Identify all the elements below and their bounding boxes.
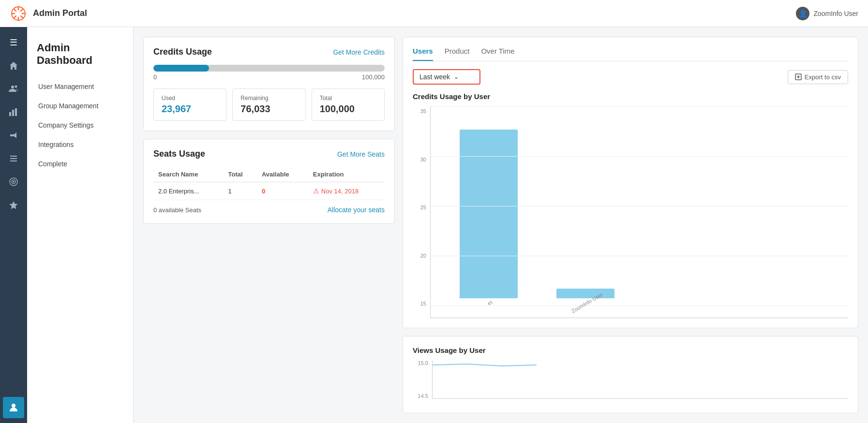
- y-label-35: 35: [420, 108, 426, 114]
- views-y-15: 15.0: [418, 360, 428, 366]
- topbar-right: 👤 ZoomInfo User: [796, 7, 858, 20]
- svg-rect-16: [10, 160, 17, 161]
- chevron-down-icon: ⌄: [454, 73, 459, 80]
- sidebar-item-group-management[interactable]: Group Management: [27, 96, 133, 116]
- credits-bar-fill: [153, 65, 209, 72]
- seat-total: 1: [224, 182, 257, 200]
- credits-bar-container: 0 100,000: [153, 65, 385, 81]
- credits-bar-track: [153, 65, 385, 72]
- views-line-svg: [433, 360, 848, 399]
- credits-used-label: Used: [162, 95, 218, 102]
- bar-et: [460, 130, 518, 298]
- y-label-25: 25: [420, 204, 426, 210]
- credits-boxes: Used 23,967 Remaining 76,033 Total 100,0…: [153, 88, 385, 121]
- dropdown-value: Last week: [419, 73, 450, 81]
- main-content: Credits Usage Get More Credits 0 100,000…: [134, 27, 868, 423]
- col-expiration: Expiration: [308, 167, 385, 182]
- seats-card-header: Seats Usage Get More Seats: [153, 149, 385, 159]
- credits-bar-min: 0: [153, 73, 157, 81]
- allocate-seats-link[interactable]: Allocate your seats: [328, 206, 385, 214]
- sidebar-icon-person[interactable]: [3, 397, 24, 418]
- credits-used-value: 23,967: [162, 103, 218, 115]
- credits-bar-labels: 0 100,000: [153, 73, 385, 81]
- right-panel: Users Product Over Time Last week ⌄ Expo…: [403, 37, 858, 413]
- svg-rect-15: [10, 158, 17, 159]
- credits-card-title: Credits Usage: [153, 47, 212, 57]
- svg-line-8: [14, 16, 16, 18]
- credits-remaining-label: Remaining: [240, 95, 297, 102]
- warning-icon: ⚠: [313, 187, 319, 195]
- period-dropdown[interactable]: Last week ⌄: [413, 69, 480, 85]
- credits-bar-max: 100,000: [362, 73, 385, 81]
- sidebar-item-complete[interactable]: Complete: [27, 154, 133, 174]
- svg-rect-12: [12, 110, 14, 116]
- svg-line-5: [14, 9, 16, 11]
- col-total: Total: [224, 167, 257, 182]
- export-icon: [795, 73, 802, 80]
- tab-over-time[interactable]: Over Time: [481, 47, 514, 61]
- layout: ☰ Admin Dashboard User Managem: [0, 27, 868, 423]
- svg-marker-20: [10, 201, 18, 209]
- get-more-seats-link[interactable]: Get More Seats: [337, 150, 385, 158]
- seats-footer: 0 available Seats Allocate your seats: [153, 206, 385, 214]
- user-avatar-icon: 👤: [796, 7, 809, 20]
- topbar-left: Admin Portal: [10, 5, 87, 22]
- credits-card: Credits Usage Get More Credits 0 100,000…: [143, 37, 395, 131]
- logo-icon: [10, 5, 27, 22]
- svg-line-6: [21, 16, 23, 18]
- svg-point-19: [13, 181, 14, 182]
- bar-zoominfo: [556, 289, 614, 298]
- sidebar-icon-users[interactable]: [3, 78, 24, 100]
- export-csv-button[interactable]: Export to csv: [788, 70, 848, 84]
- svg-point-21: [12, 404, 15, 408]
- app-title: Admin Portal: [33, 8, 87, 18]
- user-name-label: ZoomInfo User: [813, 10, 858, 17]
- y-label-15: 15: [420, 301, 426, 306]
- svg-point-10: [15, 86, 17, 88]
- topbar: Admin Portal 👤 ZoomInfo User: [0, 0, 868, 27]
- views-line-chart: 15.0 14.5: [413, 360, 848, 399]
- svg-rect-13: [15, 108, 17, 116]
- bar-label-et: et: [487, 299, 494, 306]
- credits-box-total: Total 100,000: [312, 88, 385, 121]
- expiration-date: Nov 14, 2018: [321, 188, 359, 195]
- seat-expiration: ⚠ Nov 14, 2018: [308, 182, 385, 200]
- seat-available: 0: [257, 182, 308, 200]
- tabs-row: Users Product Over Time: [413, 47, 848, 61]
- credits-total-label: Total: [320, 95, 376, 102]
- seats-table: Search Name Total Available Expiration 2…: [153, 167, 385, 200]
- sidebar-icon-star[interactable]: [3, 194, 24, 216]
- credits-chart-title: Credits Usage by User: [413, 92, 848, 101]
- sidebar-icon-chart[interactable]: [3, 102, 24, 123]
- views-chart-title: Views Usage by User: [413, 346, 848, 354]
- sidebar-icon-megaphone[interactable]: [3, 125, 24, 146]
- bar-chart-container: 35 30 25 20 15: [413, 106, 848, 318]
- tab-users[interactable]: Users: [413, 47, 433, 61]
- col-search-name: Search Name: [153, 167, 224, 182]
- chart-card-main: Users Product Over Time Last week ⌄ Expo…: [403, 37, 858, 328]
- sidebar-item-user-management[interactable]: User Management: [27, 77, 133, 96]
- sidebar-item-company-settings[interactable]: Company Settings: [27, 116, 133, 135]
- seats-card: Seats Usage Get More Seats Search Name T…: [143, 139, 395, 224]
- nav-sidebar: Admin Dashboard User Management Group Ma…: [27, 27, 134, 423]
- available-seats-label: 0 available Seats: [153, 206, 201, 214]
- views-y-145: 14.5: [418, 393, 428, 399]
- sidebar-icon-hamburger[interactable]: ☰: [3, 32, 24, 53]
- sidebar-icon-list[interactable]: [3, 148, 24, 169]
- controls-row: Last week ⌄ Export to csv: [413, 69, 848, 85]
- credits-box-used: Used 23,967: [153, 88, 226, 121]
- tab-product[interactable]: Product: [445, 47, 470, 61]
- y-label-20: 20: [420, 253, 426, 259]
- sidebar-icon-home[interactable]: [3, 55, 24, 76]
- seats-card-title: Seats Usage: [153, 149, 205, 159]
- seat-search-name: 2.0 Enterpris...: [153, 182, 224, 200]
- get-more-credits-link[interactable]: Get More Credits: [333, 48, 385, 56]
- svg-rect-11: [9, 112, 11, 116]
- sidebar-bottom: [3, 397, 24, 423]
- table-row: 2.0 Enterpris... 1 0 ⚠ Nov 14, 2018: [153, 182, 385, 200]
- y-label-30: 30: [420, 157, 426, 162]
- views-chart-card: Views Usage by User 15.0 14.5: [403, 336, 858, 413]
- sidebar-icon-target[interactable]: [3, 171, 24, 192]
- sidebar-item-integrations[interactable]: Integrations: [27, 135, 133, 154]
- credits-box-remaining: Remaining 76,033: [232, 88, 305, 121]
